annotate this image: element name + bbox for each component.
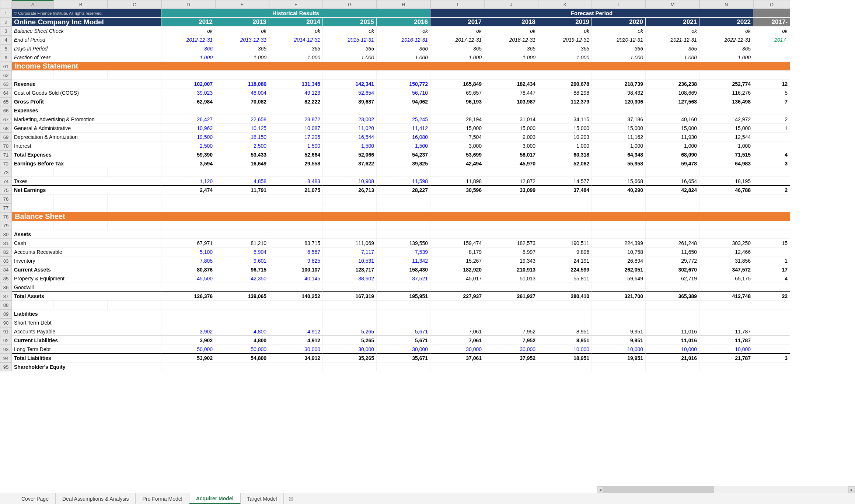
row-header-69[interactable]: 69 [0, 133, 12, 141]
label-gw[interactable]: Goodwill [12, 283, 161, 292]
label-ar[interactable]: Accounts Receivable [12, 248, 161, 256]
blank[interactable] [699, 230, 753, 239]
val-cl-0[interactable]: 3,902 [161, 336, 215, 345]
blank[interactable] [215, 106, 269, 115]
val-ca-6[interactable]: 210,913 [484, 265, 538, 274]
label-exp[interactable]: Expenses [12, 106, 161, 115]
row-header-67[interactable]: 67 [0, 115, 12, 124]
val-pe-10[interactable]: 65,175 [699, 274, 753, 283]
val-ebt-6[interactable]: 45,970 [484, 159, 538, 168]
col-header-I[interactable]: I [430, 0, 484, 9]
val-inv-9[interactable]: 29,772 [646, 256, 699, 265]
section-balance-sheet[interactable]: Balance Sheet [12, 212, 790, 221]
val-cogs-6[interactable]: 78,447 [484, 88, 538, 97]
cell[interactable] [538, 301, 592, 309]
cell[interactable] [377, 168, 430, 177]
val-ebt-10[interactable]: 64,983 [699, 159, 753, 168]
cell[interactable] [430, 168, 484, 177]
val-map-5[interactable]: 28,194 [430, 115, 484, 124]
row-header-68[interactable]: 68 [0, 124, 12, 133]
label-std[interactable]: Short Term Debt [12, 318, 161, 327]
cell[interactable] [377, 301, 430, 309]
gw-9[interactable] [646, 283, 699, 292]
val-cash-7[interactable]: 190,511 [538, 239, 592, 248]
val-ltd-o[interactable] [753, 345, 790, 354]
year-2013[interactable]: 2013 [215, 18, 269, 27]
cell[interactable] [646, 203, 699, 212]
eop-3[interactable]: 2015-12-31 [323, 35, 377, 44]
cell[interactable] [377, 203, 430, 212]
blank[interactable] [161, 106, 215, 115]
cell[interactable] [753, 195, 790, 203]
blank[interactable] [269, 106, 323, 115]
col-header-A[interactable]: A [12, 0, 54, 9]
ok-7[interactable]: ok [538, 27, 592, 35]
eop-2[interactable]: 2014-12-31 [269, 35, 323, 44]
dip-7[interactable]: 365 [538, 44, 592, 53]
std-3[interactable] [323, 318, 377, 327]
std-10[interactable] [699, 318, 753, 327]
foy-9[interactable]: 1.000 [646, 53, 699, 62]
cell[interactable] [699, 221, 753, 230]
val-tex-3[interactable]: 52,066 [323, 150, 377, 159]
blank[interactable] [377, 106, 430, 115]
val-map-o[interactable]: 2 [753, 115, 790, 124]
blank[interactable] [215, 309, 269, 318]
val-inv-o[interactable]: 1 [753, 256, 790, 265]
val-ta-8[interactable]: 321,700 [592, 292, 646, 301]
val-tex-5[interactable]: 53,699 [430, 150, 484, 159]
cell[interactable] [108, 168, 161, 177]
ok-5[interactable]: ok [430, 27, 484, 35]
row-header-73[interactable]: 73 [0, 168, 12, 177]
val-cogs-3[interactable]: 52,654 [323, 88, 377, 97]
cell[interactable] [108, 71, 161, 80]
label-tl[interactable]: Total Liabilities [12, 354, 161, 363]
val-cash-o[interactable]: 15 [753, 239, 790, 248]
year-2012[interactable]: 2012 [161, 18, 215, 27]
cell[interactable] [269, 71, 323, 80]
sheet-tab-deal-assumptions-analysis[interactable]: Deal Assumptions & Analysis [56, 493, 136, 504]
cell[interactable] [12, 203, 54, 212]
val-ga-o[interactable]: 1 [753, 124, 790, 133]
val-rev-3[interactable]: 142,341 [323, 80, 377, 88]
val-rev-5[interactable]: 165,849 [430, 80, 484, 88]
val-tl-3[interactable]: 35,265 [323, 354, 377, 363]
eop-1[interactable]: 2013-12-31 [215, 35, 269, 44]
val-gp-10[interactable]: 136,498 [699, 97, 753, 106]
eop-5[interactable]: 2017-12-31 [430, 35, 484, 44]
cell[interactable] [269, 301, 323, 309]
cell[interactable] [646, 195, 699, 203]
val-ebt-0[interactable]: 3,594 [161, 159, 215, 168]
val-tax-6[interactable]: 12,872 [484, 177, 538, 186]
label-tax[interactable]: Taxes [12, 177, 161, 186]
cell[interactable] [215, 203, 269, 212]
model-title[interactable]: Online Company Inc Model [12, 18, 161, 27]
ok-6[interactable]: ok [484, 27, 538, 35]
blank[interactable] [538, 309, 592, 318]
blank[interactable] [323, 230, 377, 239]
row-header-72[interactable]: 72 [0, 159, 12, 168]
col-header-H[interactable]: H [377, 0, 430, 9]
col-header-D[interactable]: D [161, 0, 215, 9]
row-header-86[interactable]: 86 [0, 283, 12, 292]
cell[interactable] [430, 195, 484, 203]
val-ta-o[interactable]: 22 [753, 292, 790, 301]
val-rev-9[interactable]: 236,238 [646, 80, 699, 88]
label-cl[interactable]: Current Liabilities [12, 336, 161, 345]
val-pe-9[interactable]: 62,719 [646, 274, 699, 283]
gw-1[interactable] [215, 283, 269, 292]
ok-1[interactable]: ok [215, 27, 269, 35]
eop-10[interactable]: 2022-12-31 [699, 35, 753, 44]
col-header-F[interactable]: F [269, 0, 323, 9]
row-header-70[interactable]: 70 [0, 141, 12, 150]
val-int-o[interactable] [753, 141, 790, 150]
cell[interactable] [592, 203, 646, 212]
val-gp-6[interactable]: 103,987 [484, 97, 538, 106]
year-2017[interactable]: 2017 [430, 18, 484, 27]
blank[interactable] [646, 106, 699, 115]
val-map-2[interactable]: 23,872 [269, 115, 323, 124]
blank[interactable] [161, 309, 215, 318]
val-gp-2[interactable]: 82,222 [269, 97, 323, 106]
select-all-corner[interactable] [0, 0, 12, 9]
std-9[interactable] [646, 318, 699, 327]
